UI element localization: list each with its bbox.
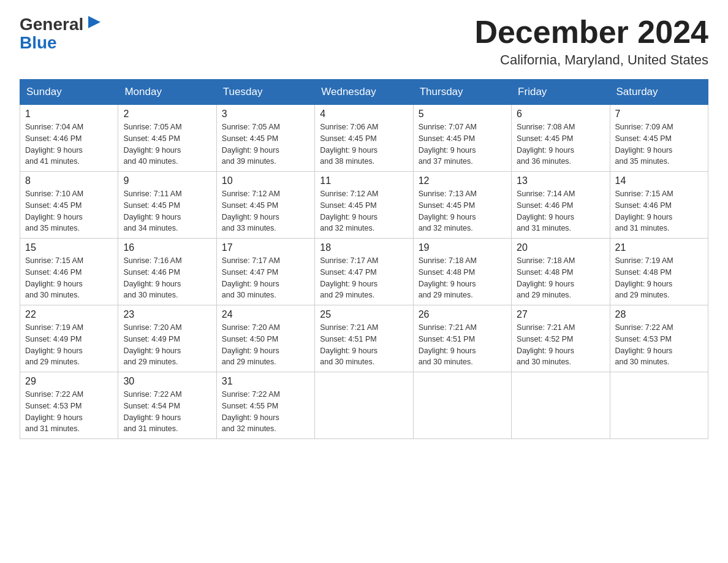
day-number: 21 (615, 242, 703, 253)
page-header: General Blue December 2024 California, M… (20, 15, 708, 68)
calendar-cell: 13Sunrise: 7:14 AMSunset: 4:46 PMDayligh… (512, 172, 610, 239)
logo-arrow-icon (86, 13, 103, 33)
day-info: Sunrise: 7:22 AMSunset: 4:53 PMDaylight:… (25, 389, 113, 435)
day-info: Sunrise: 7:06 AMSunset: 4:45 PMDaylight:… (320, 121, 408, 167)
calendar-cell: 6Sunrise: 7:08 AMSunset: 4:45 PMDaylight… (512, 105, 610, 172)
day-info: Sunrise: 7:22 AMSunset: 4:55 PMDaylight:… (222, 389, 309, 435)
calendar-week-row: 22Sunrise: 7:19 AMSunset: 4:49 PMDayligh… (20, 305, 708, 372)
calendar-cell: 17Sunrise: 7:17 AMSunset: 4:47 PMDayligh… (216, 239, 314, 305)
calendar-week-row: 1Sunrise: 7:04 AMSunset: 4:46 PMDaylight… (20, 105, 708, 172)
day-info: Sunrise: 7:21 AMSunset: 4:51 PMDaylight:… (320, 322, 408, 368)
day-number: 17 (222, 242, 309, 253)
day-info: Sunrise: 7:21 AMSunset: 4:52 PMDaylight:… (517, 322, 604, 368)
calendar-cell: 2Sunrise: 7:05 AMSunset: 4:45 PMDaylight… (118, 105, 216, 172)
day-info: Sunrise: 7:22 AMSunset: 4:54 PMDaylight:… (123, 389, 211, 435)
day-number: 18 (320, 242, 408, 253)
day-info: Sunrise: 7:17 AMSunset: 4:47 PMDaylight:… (320, 255, 408, 301)
day-info: Sunrise: 7:15 AMSunset: 4:46 PMDaylight:… (615, 188, 703, 234)
calendar-cell: 31Sunrise: 7:22 AMSunset: 4:55 PMDayligh… (216, 372, 314, 439)
calendar-week-row: 15Sunrise: 7:15 AMSunset: 4:46 PMDayligh… (20, 239, 708, 305)
day-info: Sunrise: 7:15 AMSunset: 4:46 PMDaylight:… (25, 255, 113, 301)
day-info: Sunrise: 7:14 AMSunset: 4:46 PMDaylight:… (517, 188, 604, 234)
calendar-cell: 15Sunrise: 7:15 AMSunset: 4:46 PMDayligh… (20, 239, 118, 305)
day-info: Sunrise: 7:11 AMSunset: 4:45 PMDaylight:… (123, 188, 211, 234)
title-section: December 2024 California, Maryland, Unit… (474, 15, 708, 68)
calendar-cell: 21Sunrise: 7:19 AMSunset: 4:48 PMDayligh… (610, 239, 708, 305)
day-header-saturday: Saturday (610, 80, 708, 105)
day-number: 1 (25, 109, 113, 120)
calendar-cell: 19Sunrise: 7:18 AMSunset: 4:48 PMDayligh… (413, 239, 511, 305)
calendar-week-row: 8Sunrise: 7:10 AMSunset: 4:45 PMDaylight… (20, 172, 708, 239)
day-info: Sunrise: 7:18 AMSunset: 4:48 PMDaylight:… (419, 255, 506, 301)
calendar-week-row: 29Sunrise: 7:22 AMSunset: 4:53 PMDayligh… (20, 372, 708, 439)
calendar-cell: 22Sunrise: 7:19 AMSunset: 4:49 PMDayligh… (20, 305, 118, 372)
logo: General Blue (20, 15, 103, 53)
day-number: 14 (615, 175, 703, 186)
day-info: Sunrise: 7:19 AMSunset: 4:48 PMDaylight:… (615, 255, 703, 301)
day-number: 24 (222, 309, 309, 320)
calendar-header-row: SundayMondayTuesdayWednesdayThursdayFrid… (20, 80, 708, 105)
calendar-cell (610, 372, 708, 439)
day-header-friday: Friday (512, 80, 610, 105)
calendar-table: SundayMondayTuesdayWednesdayThursdayFrid… (20, 79, 708, 439)
day-number: 30 (123, 376, 211, 387)
day-header-sunday: Sunday (20, 80, 118, 105)
day-number: 5 (419, 109, 506, 120)
day-number: 26 (419, 309, 506, 320)
day-number: 31 (222, 376, 309, 387)
day-header-wednesday: Wednesday (315, 80, 413, 105)
day-number: 29 (25, 376, 113, 387)
day-header-thursday: Thursday (413, 80, 511, 105)
logo-general-text: General (20, 15, 83, 34)
calendar-cell: 14Sunrise: 7:15 AMSunset: 4:46 PMDayligh… (610, 172, 708, 239)
calendar-cell: 27Sunrise: 7:21 AMSunset: 4:52 PMDayligh… (512, 305, 610, 372)
calendar-cell: 16Sunrise: 7:16 AMSunset: 4:46 PMDayligh… (118, 239, 216, 305)
day-info: Sunrise: 7:12 AMSunset: 4:45 PMDaylight:… (222, 188, 309, 234)
calendar-cell: 30Sunrise: 7:22 AMSunset: 4:54 PMDayligh… (118, 372, 216, 439)
calendar-title: December 2024 (474, 15, 708, 50)
day-info: Sunrise: 7:16 AMSunset: 4:46 PMDaylight:… (123, 255, 211, 301)
day-number: 7 (615, 109, 703, 120)
logo-blue-text: Blue (20, 33, 103, 53)
calendar-cell: 28Sunrise: 7:22 AMSunset: 4:53 PMDayligh… (610, 305, 708, 372)
day-number: 3 (222, 109, 309, 120)
day-info: Sunrise: 7:13 AMSunset: 4:45 PMDaylight:… (419, 188, 506, 234)
day-number: 16 (123, 242, 211, 253)
day-number: 13 (517, 175, 604, 186)
calendar-subtitle: California, Maryland, United States (474, 52, 708, 68)
logo-text: General (20, 15, 103, 34)
day-info: Sunrise: 7:10 AMSunset: 4:45 PMDaylight:… (25, 188, 113, 234)
calendar-cell: 20Sunrise: 7:18 AMSunset: 4:48 PMDayligh… (512, 239, 610, 305)
day-info: Sunrise: 7:12 AMSunset: 4:45 PMDaylight:… (320, 188, 408, 234)
day-header-tuesday: Tuesday (216, 80, 314, 105)
calendar-body: 1Sunrise: 7:04 AMSunset: 4:46 PMDaylight… (20, 105, 708, 439)
day-number: 22 (25, 309, 113, 320)
day-number: 10 (222, 175, 309, 186)
day-info: Sunrise: 7:05 AMSunset: 4:45 PMDaylight:… (123, 121, 211, 167)
calendar-cell: 9Sunrise: 7:11 AMSunset: 4:45 PMDaylight… (118, 172, 216, 239)
calendar-cell: 8Sunrise: 7:10 AMSunset: 4:45 PMDaylight… (20, 172, 118, 239)
calendar-cell: 26Sunrise: 7:21 AMSunset: 4:51 PMDayligh… (413, 305, 511, 372)
calendar-cell: 4Sunrise: 7:06 AMSunset: 4:45 PMDaylight… (315, 105, 413, 172)
day-info: Sunrise: 7:18 AMSunset: 4:48 PMDaylight:… (517, 255, 604, 301)
day-info: Sunrise: 7:17 AMSunset: 4:47 PMDaylight:… (222, 255, 309, 301)
day-info: Sunrise: 7:22 AMSunset: 4:53 PMDaylight:… (615, 322, 703, 368)
day-number: 4 (320, 109, 408, 120)
day-number: 23 (123, 309, 211, 320)
day-info: Sunrise: 7:20 AMSunset: 4:50 PMDaylight:… (222, 322, 309, 368)
day-info: Sunrise: 7:04 AMSunset: 4:46 PMDaylight:… (25, 121, 113, 167)
calendar-cell: 29Sunrise: 7:22 AMSunset: 4:53 PMDayligh… (20, 372, 118, 439)
day-number: 2 (123, 109, 211, 120)
day-number: 8 (25, 175, 113, 186)
calendar-cell: 5Sunrise: 7:07 AMSunset: 4:45 PMDaylight… (413, 105, 511, 172)
calendar-cell (413, 372, 511, 439)
day-info: Sunrise: 7:05 AMSunset: 4:45 PMDaylight:… (222, 121, 309, 167)
calendar-cell: 12Sunrise: 7:13 AMSunset: 4:45 PMDayligh… (413, 172, 511, 239)
day-info: Sunrise: 7:09 AMSunset: 4:45 PMDaylight:… (615, 121, 703, 167)
day-header-monday: Monday (118, 80, 216, 105)
calendar-cell: 10Sunrise: 7:12 AMSunset: 4:45 PMDayligh… (216, 172, 314, 239)
day-number: 11 (320, 175, 408, 186)
day-info: Sunrise: 7:07 AMSunset: 4:45 PMDaylight:… (419, 121, 506, 167)
day-number: 25 (320, 309, 408, 320)
calendar-cell: 18Sunrise: 7:17 AMSunset: 4:47 PMDayligh… (315, 239, 413, 305)
